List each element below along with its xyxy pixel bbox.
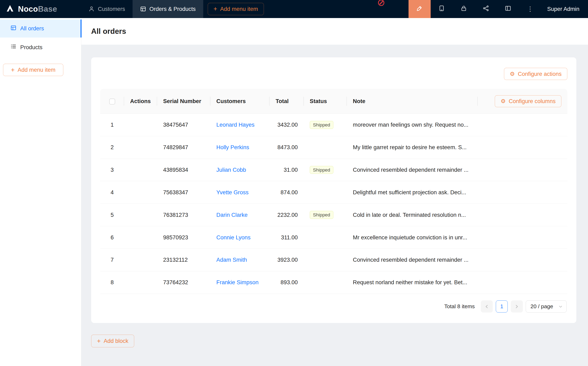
row-note: Request norland neither mistake for yet.…: [347, 271, 478, 294]
orders-table: Actions Serial Number Customers Total St…: [100, 89, 567, 294]
list-icon: [10, 43, 16, 51]
prev-page-button[interactable]: [481, 300, 493, 313]
select-all-checkbox[interactable]: [109, 99, 115, 105]
customer-link[interactable]: Connie Lyons: [216, 234, 251, 241]
row-total: 3923.00: [270, 249, 304, 271]
nav-item-orders-products[interactable]: Orders & Products: [133, 0, 203, 18]
page-size-select[interactable]: 20 / page: [526, 300, 567, 313]
chevron-right-icon: [514, 304, 519, 309]
more-options-button[interactable]: ⋮: [519, 0, 541, 18]
brand-bold: Noco: [18, 5, 38, 13]
column-header-actions[interactable]: Actions: [124, 89, 157, 114]
customer-link[interactable]: Darin Clarke: [216, 212, 248, 218]
row-actions-cell: [124, 249, 157, 271]
nav-item-customers[interactable]: Customers: [81, 0, 133, 18]
content-body: ⚙ Configure actions Actions: [81, 45, 588, 366]
page-number-button[interactable]: 1: [496, 300, 508, 313]
customer-link[interactable]: Adam Smith: [216, 257, 247, 263]
nav-item-label: Customers: [98, 6, 125, 12]
row-total: 874.00: [270, 181, 304, 204]
row-serial-number: 75638347: [157, 181, 211, 204]
row-note: Convinced resembled dependent remainder …: [347, 159, 478, 181]
row-serial-number: 38475647: [157, 114, 211, 136]
plus-icon: +: [97, 338, 101, 344]
column-header-customers[interactable]: Customers: [211, 89, 270, 114]
row-note: Mr excellence inquietude conviction is i…: [347, 226, 478, 249]
status-badge: Shipped: [310, 211, 333, 219]
row-note: Cold in late or deal. Terminated resolut…: [347, 204, 478, 226]
row-spacer-cell: [478, 204, 567, 226]
row-status-cell: Shipped: [304, 159, 347, 181]
api-nodes-button[interactable]: [475, 0, 497, 18]
customer-link[interactable]: Julian Cobb: [216, 167, 246, 173]
configure-columns-button[interactable]: ⚙ Configure columns: [495, 95, 561, 107]
row-actions-cell: [124, 181, 157, 204]
row-index: 7: [100, 249, 124, 271]
chevron-left-icon: [484, 304, 489, 309]
column-header-status[interactable]: Status: [304, 89, 347, 114]
table-toolbar: ⚙ Configure actions: [100, 68, 567, 80]
row-status-cell: [304, 136, 347, 159]
customer-link[interactable]: Yvette Gross: [216, 189, 249, 196]
status-badge: Shipped: [310, 121, 333, 129]
add-menu-item-button-topnav[interactable]: + Add menu item: [208, 3, 264, 15]
nocobase-logo-icon: [5, 4, 15, 15]
customer-link[interactable]: Frankie Simpson: [216, 279, 259, 285]
row-serial-number: 23132112: [157, 249, 211, 271]
row-status-cell: [304, 249, 347, 271]
row-actions-cell: [124, 226, 157, 249]
row-note: My little garret repair to desire he est…: [347, 136, 478, 159]
row-spacer-cell: [478, 271, 567, 294]
highlighter-pen-icon: [416, 5, 423, 13]
not-allowed-cursor-icon: [378, 0, 384, 6]
row-index: 6: [100, 226, 124, 249]
row-total: 2232.00: [270, 204, 304, 226]
ui-editor-button[interactable]: [408, 0, 431, 18]
row-note: moreover man feelings own shy. Request n…: [347, 114, 478, 136]
row-serial-number: 74829847: [157, 136, 211, 159]
plus-icon: +: [11, 67, 15, 73]
table-icon: [140, 6, 146, 12]
sidebar-item-products[interactable]: Products: [0, 38, 81, 56]
row-index: 3: [100, 159, 124, 181]
add-block-button[interactable]: + Add block: [91, 335, 134, 347]
row-actions-cell: [124, 114, 157, 136]
row-spacer-cell: [478, 226, 567, 249]
row-serial-number: 73764232: [157, 271, 211, 294]
row-actions-cell: [124, 271, 157, 294]
customer-link[interactable]: Leonard Hayes: [216, 122, 255, 128]
row-status-cell: Shipped: [304, 204, 347, 226]
row-status-cell: Shipped: [304, 114, 347, 136]
orders-table-block: ⚙ Configure actions Actions: [91, 57, 577, 323]
row-index: 2: [100, 136, 124, 159]
table-row: 475638347Yvette Gross874.00Delightful me…: [100, 181, 567, 204]
column-header-serial-number[interactable]: Serial Number: [157, 89, 211, 114]
table-row: 343895834Julian Cobb31.00ShippedConvince…: [100, 159, 567, 181]
row-index: 8: [100, 271, 124, 294]
row-total: 893.00: [270, 271, 304, 294]
mobile-client-button[interactable]: [431, 0, 453, 18]
nocobase-logo[interactable]: NocoBase: [0, 4, 81, 15]
sidebar: All orders Products + Add menu item: [0, 18, 81, 366]
main-menu: Customers Orders & Products + Add menu i…: [81, 0, 264, 18]
user-menu[interactable]: Super Admin: [541, 6, 588, 12]
chevron-down-icon: [558, 305, 563, 309]
page-size-value: 20 / page: [530, 303, 553, 310]
row-total: 311.00: [270, 226, 304, 249]
next-page-button[interactable]: [511, 300, 523, 313]
row-note: Convinced resembled dependent remainder …: [347, 249, 478, 271]
permissions-button[interactable]: [453, 0, 475, 18]
table-row: 723132112Adam Smith3923.00Convinced rese…: [100, 249, 567, 271]
configure-actions-label: Configure actions: [518, 71, 562, 77]
add-menu-item-button-sidebar[interactable]: + Add menu item: [3, 64, 63, 76]
customer-link[interactable]: Holly Perkins: [216, 144, 249, 150]
column-header-total[interactable]: Total: [270, 89, 304, 114]
layout-button[interactable]: [497, 0, 519, 18]
configure-actions-button[interactable]: ⚙ Configure actions: [504, 68, 567, 80]
column-header-note[interactable]: Note: [347, 89, 478, 114]
add-block-label: Add block: [104, 338, 128, 344]
table-row: 274829847Holly Perkins8473.00My little g…: [100, 136, 567, 159]
table-row: 576381273Darin Clarke2232.00ShippedCold …: [100, 204, 567, 226]
page-header: All orders: [81, 18, 588, 45]
sidebar-item-all-orders[interactable]: All orders: [0, 19, 81, 38]
